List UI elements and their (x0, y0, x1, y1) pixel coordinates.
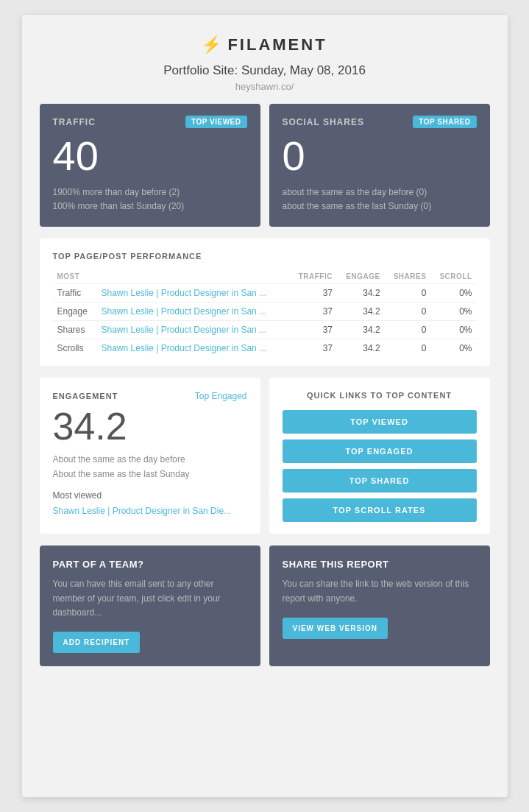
engagement-label: ENGAGEMENT (53, 392, 118, 400)
social-desc-line2: about the same as the last Sunday (0) (283, 200, 477, 213)
engagement-description: About the same as the day before About t… (53, 453, 247, 481)
report-title: Portfolio Site: Sunday, May 08, 2016 (37, 63, 493, 78)
top-shared-badge[interactable]: TOP SHARED (413, 116, 476, 128)
traffic-desc-line1: 1900% more than day before (2) (53, 186, 247, 200)
most-viewed-link[interactable]: Shawn Leslie | Product Designer in San D… (53, 506, 232, 516)
perf-row-label: Engage (53, 303, 97, 321)
table-row: Engage Shawn Leslie | Product Designer i… (53, 303, 477, 321)
quick-link-button[interactable]: TOP VIEWED (283, 410, 477, 434)
perf-row-traffic: 37 (289, 339, 337, 358)
col-link (97, 269, 290, 284)
logo-text: FILAMENT (227, 35, 327, 54)
social-card: SOCIAL SHARES TOP SHARED 0 about the sam… (269, 104, 490, 227)
col-traffic: Traffic (289, 269, 337, 284)
perf-row-shares: 0 (385, 284, 431, 303)
perf-row-shares: 0 (385, 321, 431, 339)
quick-links-title: QUICK LINKS TO TOP CONTENT (283, 391, 477, 400)
engagement-number: 34.2 (53, 407, 247, 445)
perf-row-shares: 0 (385, 339, 431, 358)
perf-row-scroll: 0% (430, 321, 476, 339)
perf-row-link-cell: Shawn Leslie | Product Designer in San .… (97, 284, 290, 303)
perf-row-engage: 34.2 (337, 339, 385, 358)
traffic-card: TRAFFIC TOP VIEWED 40 1900% more than da… (40, 104, 260, 227)
performance-card: TOP PAGE/POST PERFORMANCE MOST Traffic E… (40, 239, 490, 366)
bolt-icon: ⚡ (202, 35, 221, 54)
perf-link[interactable]: Shawn Leslie | Product Designer in San .… (102, 343, 267, 353)
col-most: MOST (53, 269, 97, 284)
top-engaged-link[interactable]: Top Engaged (195, 391, 247, 401)
perf-link[interactable]: Shawn Leslie | Product Designer in San .… (102, 325, 267, 335)
view-web-version-button[interactable]: VIEW WEB VERSION (283, 618, 388, 639)
main-content: TRAFFIC TOP VIEWED 40 1900% more than da… (22, 104, 508, 666)
logo: ⚡ FILAMENT (37, 35, 493, 54)
email-container: ⚡ FILAMENT Portfolio Site: Sunday, May 0… (22, 15, 508, 797)
traffic-card-header: TRAFFIC TOP VIEWED (53, 116, 247, 128)
perf-row-link-cell: Shawn Leslie | Product Designer in San .… (97, 339, 290, 358)
perf-row-traffic: 37 (289, 321, 337, 339)
perf-row-traffic: 37 (289, 284, 337, 303)
perf-row-link-cell: Shawn Leslie | Product Designer in San .… (97, 303, 290, 321)
engagement-header: ENGAGEMENT Top Engaged (53, 391, 247, 401)
quick-links-buttons: TOP VIEWEDTOP ENGAGEDTOP SHAREDTOP SCROL… (283, 410, 477, 522)
report-url: heyshawn.co/ (37, 81, 493, 92)
traffic-desc-line2: 100% more than last Sunday (20) (53, 200, 247, 213)
team-card: PART OF A TEAM? You can have this email … (40, 546, 260, 666)
dark-cards-row: PART OF A TEAM? You can have this email … (40, 546, 490, 666)
share-card: SHARE THIS REPORT You can share the link… (269, 546, 490, 666)
engagement-card: ENGAGEMENT Top Engaged 34.2 About the sa… (40, 378, 260, 534)
header: ⚡ FILAMENT Portfolio Site: Sunday, May 0… (22, 15, 508, 104)
bottom-row: ENGAGEMENT Top Engaged 34.2 About the sa… (40, 378, 490, 534)
stat-cards-row: TRAFFIC TOP VIEWED 40 1900% more than da… (40, 104, 490, 227)
perf-row-shares: 0 (385, 303, 431, 321)
performance-title: TOP PAGE/POST PERFORMANCE (53, 252, 477, 261)
perf-row-scroll: 0% (430, 284, 476, 303)
table-row: Scrolls Shawn Leslie | Product Designer … (53, 339, 477, 358)
traffic-number: 40 (53, 135, 247, 177)
social-label: SOCIAL SHARES (283, 117, 364, 127)
traffic-description: 1900% more than day before (2) 100% more… (53, 186, 247, 213)
share-card-description: You can share the link to the web versio… (283, 577, 477, 605)
table-row: Shares Shawn Leslie | Product Designer i… (53, 321, 477, 339)
perf-link[interactable]: Shawn Leslie | Product Designer in San .… (102, 306, 267, 317)
most-viewed-label: Most viewed (53, 490, 247, 501)
perf-row-scroll: 0% (430, 303, 476, 321)
perf-row-scroll: 0% (430, 339, 476, 358)
perf-row-label: Shares (53, 321, 97, 339)
perf-row-link-cell: Shawn Leslie | Product Designer in San .… (97, 321, 290, 339)
col-engage: Engage (337, 269, 385, 284)
traffic-label: TRAFFIC (53, 117, 96, 127)
perf-row-label: Scrolls (53, 339, 97, 358)
social-card-header: SOCIAL SHARES TOP SHARED (283, 116, 477, 128)
perf-row-label: Traffic (53, 284, 97, 303)
perf-row-engage: 34.2 (337, 303, 385, 321)
table-row: Traffic Shawn Leslie | Product Designer … (53, 284, 477, 303)
performance-table: MOST Traffic Engage Shares Scroll Traffi… (53, 269, 477, 357)
perf-row-engage: 34.2 (337, 284, 385, 303)
engage-desc-line2: About the same as the last Sunday (53, 467, 247, 481)
add-recipient-button[interactable]: ADD RECIPIENT (53, 632, 141, 653)
social-description: about the same as the day before (0) abo… (283, 186, 477, 213)
social-desc-line1: about the same as the day before (0) (283, 186, 477, 200)
quick-link-button[interactable]: TOP SHARED (283, 469, 477, 493)
team-card-title: PART OF A TEAM? (53, 559, 247, 570)
engage-desc-line1: About the same as the day before (53, 453, 247, 467)
perf-row-engage: 34.2 (337, 321, 385, 339)
perf-row-traffic: 37 (289, 303, 337, 321)
perf-link[interactable]: Shawn Leslie | Product Designer in San .… (102, 288, 267, 298)
col-scroll: Scroll (430, 269, 476, 284)
quick-link-button[interactable]: TOP ENGAGED (283, 439, 477, 463)
quick-links-card: QUICK LINKS TO TOP CONTENT TOP VIEWEDTOP… (269, 378, 490, 534)
social-number: 0 (283, 135, 477, 177)
col-shares: Shares (385, 269, 431, 284)
quick-link-button[interactable]: TOP SCROLL RATES (283, 498, 477, 522)
team-card-description: You can have this email sent to any othe… (53, 577, 247, 620)
top-viewed-badge[interactable]: TOP VIEWED (185, 116, 246, 128)
share-card-title: SHARE THIS REPORT (283, 559, 477, 570)
